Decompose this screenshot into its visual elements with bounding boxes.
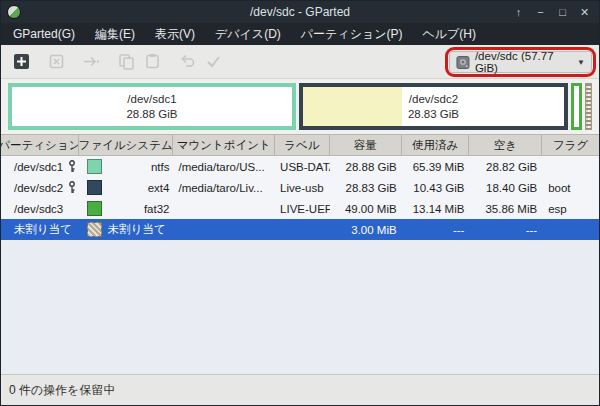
label-cell: LIVE-UEFI: [275, 198, 330, 219]
menubar: GParted(G) 編集(E) 表示(V) デバイス(D) パーティション(P…: [1, 23, 599, 45]
unused-cell: 28.82 GiB: [469, 156, 542, 177]
column-header-filesystem[interactable]: ファイルシステム: [79, 135, 174, 155]
partition-name: /dev/sdc1: [14, 161, 63, 173]
chevron-down-icon: ▼: [577, 58, 585, 67]
disk-visual-bar: /dev/sdc1 28.88 GiB /dev/sdc2 28.83 GiB: [8, 83, 592, 130]
size-cell: 49.00 MiB: [330, 198, 402, 219]
menu-view[interactable]: 表示(V): [145, 23, 205, 45]
filesystem-color-chip: [87, 201, 102, 216]
filesystem-name: ext4: [148, 182, 174, 194]
resize-move-button[interactable]: [78, 49, 104, 75]
minimize-icon[interactable]: −: [534, 6, 547, 19]
device-selector-label: /dev/sdc (57.77 GiB): [475, 50, 572, 74]
toolbar: /dev/sdc (57.77 GiB) ▼: [1, 45, 599, 79]
apply-icon: [204, 52, 223, 71]
table-empty-area: [1, 240, 599, 374]
delete-partition-icon: [47, 52, 66, 71]
used-space-fill: [303, 87, 402, 126]
column-header-flags[interactable]: フラグ: [542, 135, 599, 155]
partition-name: /dev/sdc2: [14, 182, 63, 194]
filesystem-color-chip: [87, 180, 102, 195]
column-header-label[interactable]: ラベル: [275, 135, 330, 155]
segment-name: /dev/sdc2: [408, 92, 459, 107]
partition-segment-sdc3[interactable]: [571, 83, 582, 130]
paste-button[interactable]: [139, 49, 165, 75]
partition-segment-sdc2[interactable]: /dev/sdc2 28.83 GiB: [299, 83, 568, 130]
menu-help[interactable]: ヘルプ(H): [413, 23, 487, 45]
table-row-sdc1[interactable]: /dev/sdc1 ntfs /media/taro/US... USB-DAT…: [1, 156, 599, 177]
size-cell: 3.00 MiB: [330, 219, 402, 240]
titlebar: /dev/sdc - GParted ↑ − □ ✕: [1, 1, 599, 23]
partition-name: 未割り当て: [14, 222, 72, 237]
mounted-key-icon: [68, 160, 76, 173]
unused-cell: ---: [469, 219, 542, 240]
partition-name: /dev/sdc3: [14, 203, 63, 215]
table-row-unallocated[interactable]: 未割り当て 未割り当て 3.00 MiB --- ---: [1, 219, 599, 240]
segment-name: /dev/sdc1: [127, 92, 176, 107]
close-icon[interactable]: ✕: [578, 6, 591, 19]
copy-button[interactable]: [113, 49, 139, 75]
column-header-unused[interactable]: 空き: [469, 135, 542, 155]
column-header-mountpoint[interactable]: マウントポイント: [173, 135, 275, 155]
undo-button[interactable]: [174, 49, 200, 75]
menu-edit[interactable]: 編集(E): [85, 23, 145, 45]
menu-device[interactable]: デバイス(D): [205, 23, 291, 45]
window-controls: ↑ − □ ✕: [512, 6, 599, 19]
mountpoint-cell: /media/taro/Liv...: [173, 177, 275, 198]
statusbar: 0 件の操作を保留中: [1, 374, 599, 405]
maximize-icon[interactable]: □: [556, 6, 569, 19]
copy-icon: [117, 52, 136, 71]
flags-cell: [542, 219, 599, 240]
used-cell: ---: [402, 219, 470, 240]
mountpoint-cell: [173, 198, 275, 219]
unused-cell: 18.40 GiB: [469, 177, 542, 198]
column-header-partition[interactable]: パーティション: [1, 135, 79, 155]
menu-gparted[interactable]: GParted(G): [3, 23, 85, 45]
resize-move-icon: [81, 52, 101, 71]
rollup-icon[interactable]: ↑: [512, 6, 525, 19]
filesystem-name: fat32: [144, 203, 174, 215]
partition-table: /dev/sdc1 ntfs /media/taro/US... USB-DAT…: [1, 156, 599, 240]
window-title: /dev/sdc - GParted: [1, 5, 599, 19]
filesystem-name: ntfs: [151, 161, 174, 173]
paste-icon: [143, 52, 162, 71]
mountpoint-cell: [173, 219, 275, 240]
column-header-used[interactable]: 使用済み: [402, 135, 470, 155]
segment-size: 28.83 GiB: [408, 107, 459, 122]
label-cell: USB-DATA: [275, 156, 330, 177]
flags-cell: boot: [542, 177, 599, 198]
mounted-key-icon: [68, 181, 76, 194]
size-cell: 28.88 GiB: [330, 156, 402, 177]
undo-icon: [178, 52, 197, 71]
unallocated-segment[interactable]: [585, 83, 592, 130]
used-cell: 65.39 MiB: [402, 156, 470, 177]
filesystem-color-chip: [87, 222, 102, 237]
filesystem-color-chip: [87, 159, 102, 174]
partition-segment-sdc1[interactable]: /dev/sdc1 28.88 GiB: [8, 83, 296, 130]
filesystem-name: 未割り当て: [108, 222, 166, 237]
flags-cell: esp: [542, 198, 599, 219]
segment-size: 28.88 GiB: [126, 107, 177, 122]
size-cell: 28.83 GiB: [330, 177, 402, 198]
column-header-size[interactable]: 容量: [330, 135, 402, 155]
flags-cell: [542, 156, 599, 177]
mountpoint-cell: /media/taro/US...: [173, 156, 275, 177]
menu-partition[interactable]: パーティション(P): [291, 23, 413, 45]
new-partition-icon: [12, 52, 31, 71]
table-row-sdc3[interactable]: /dev/sdc3 fat32 LIVE-UEFI 49.00 MiB 13.1…: [1, 198, 599, 219]
new-partition-button[interactable]: [8, 49, 34, 75]
partition-table-header: パーティション ファイルシステム マウントポイント ラベル 容量 使用済み 空き…: [1, 134, 599, 156]
disk-visual-area: /dev/sdc1 28.88 GiB /dev/sdc2 28.83 GiB: [1, 79, 599, 134]
apply-button[interactable]: [200, 49, 226, 75]
used-cell: 13.14 MiB: [402, 198, 470, 219]
pending-operations-status: 0 件の操作を保留中: [9, 382, 116, 399]
label-cell: Live-usb: [275, 177, 330, 198]
harddisk-icon: [456, 55, 470, 70]
delete-partition-button[interactable]: [43, 49, 69, 75]
label-cell: [275, 219, 330, 240]
device-selector[interactable]: /dev/sdc (57.77 GiB) ▼: [449, 51, 592, 73]
red-annotation-highlight: /dev/sdc (57.77 GiB) ▼: [445, 47, 596, 77]
gparted-window: /dev/sdc - GParted ↑ − □ ✕ GParted(G) 編集…: [0, 0, 600, 406]
table-row-sdc2[interactable]: /dev/sdc2 ext4 /media/taro/Liv... Live-u…: [1, 177, 599, 198]
unused-cell: 35.86 MiB: [469, 198, 542, 219]
